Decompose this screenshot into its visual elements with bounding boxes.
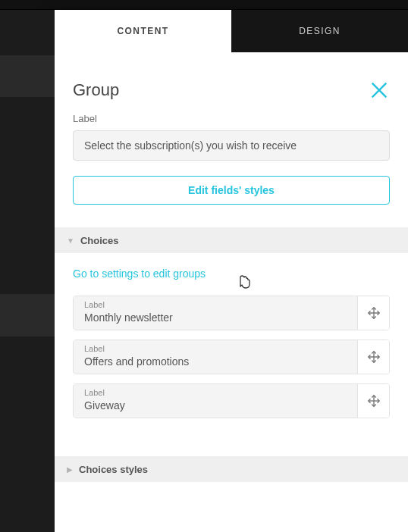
choice-list: Label Monthly newsletter Label	[55, 296, 408, 418]
move-icon	[367, 394, 381, 408]
move-icon	[367, 306, 381, 320]
pointer-cursor-icon	[235, 274, 253, 294]
drag-handle[interactable]	[357, 296, 389, 330]
chevron-right-icon: ▶	[67, 465, 73, 474]
edit-fields-styles-button[interactable]: Edit fields' styles	[73, 176, 390, 205]
choice-input[interactable]: Label Monthly newsletter	[74, 296, 357, 330]
choice-label-value: Offers and promotions	[84, 353, 347, 370]
choice-row: Label Offers and promotions	[73, 340, 390, 374]
section-choices-styles-label: Choices styles	[79, 464, 148, 475]
section-choices-styles[interactable]: ▶ Choices styles	[55, 456, 408, 482]
close-icon[interactable]	[369, 80, 390, 101]
label-caption: Label	[73, 113, 390, 124]
app-topbar	[0, 0, 408, 10]
editor-panel: CONTENT DESIGN Group Label Edit fields' …	[55, 10, 408, 532]
drag-handle[interactable]	[357, 340, 389, 374]
panel-title: Group	[73, 80, 119, 100]
choice-input[interactable]: Label Giveway	[74, 384, 357, 418]
section-choices-label: Choices	[80, 235, 119, 246]
preview-gutter	[0, 10, 55, 532]
choice-row: Label Monthly newsletter	[73, 296, 390, 330]
tab-content[interactable]: CONTENT	[55, 10, 231, 52]
drag-handle[interactable]	[357, 384, 389, 418]
choice-row: Label Giveway	[73, 383, 390, 418]
section-choices[interactable]: ▼ Choices	[55, 227, 408, 253]
choice-label-value: Giveway	[84, 397, 347, 414]
choice-input[interactable]: Label Offers and promotions	[74, 340, 357, 374]
chevron-down-icon: ▼	[67, 236, 74, 245]
label-input[interactable]	[73, 130, 390, 161]
choice-label-caption: Label	[84, 389, 347, 397]
panel-tabs: CONTENT DESIGN	[55, 10, 408, 52]
choice-label-caption: Label	[84, 301, 347, 309]
choice-label-caption: Label	[84, 345, 347, 353]
choice-label-value: Monthly newsletter	[84, 309, 347, 326]
move-icon	[367, 350, 381, 364]
tab-design[interactable]: DESIGN	[231, 10, 408, 52]
go-to-settings-link[interactable]: Go to settings to edit groups	[73, 268, 206, 280]
